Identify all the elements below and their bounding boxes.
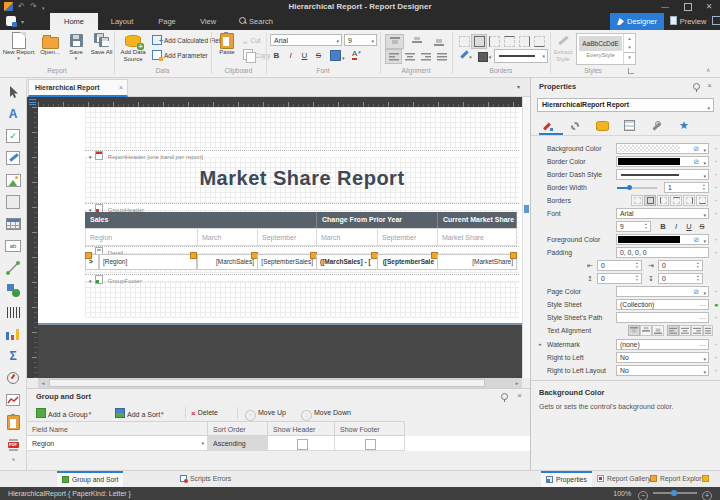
font-size-spinner[interactable]: 9 ▴▾ [616,221,651,232]
add-data-source-button[interactable]: Add Data Source [117,32,149,63]
detail-cell-market-share[interactable]: [MarketShare] [437,254,517,270]
show-footer-checkbox[interactable] [365,439,376,450]
close-panel-icon[interactable]: × [517,392,522,400]
foreground-color-editor[interactable]: ⊘▾ [616,234,709,245]
align-middle-button[interactable] [407,34,426,49]
close-panel-icon[interactable]: × [707,82,712,90]
style-sheet-editor[interactable]: (Collection) … [616,299,709,310]
column-header-region[interactable]: Region [85,228,198,246]
border-right-button[interactable] [516,34,532,49]
border-width-spinner[interactable]: 1 ▴▾ [664,182,709,193]
zoom-out-icon[interactable]: − [638,491,648,500]
add-a-sort-button[interactable]: Add a Sort▾ [115,406,164,420]
border-bottom-button[interactable] [531,34,547,49]
page-color-editor[interactable]: ⊘▾ [616,286,709,297]
tool-paste-control[interactable] [5,414,21,430]
border-none-button[interactable] [456,34,472,49]
tool-label[interactable]: A [5,106,21,122]
ellipsis-button[interactable]: … [699,340,706,348]
move-up-button[interactable]: ↑Move Up [245,406,286,420]
font-size-combo[interactable]: 9▾ [344,34,377,46]
padding-left-spinner[interactable]: 0▴▾ [597,260,642,271]
move-down-button[interactable]: ↓Move Down [301,406,351,420]
zoom-in-icon[interactable]: + [702,491,712,500]
valign-middle-button[interactable] [640,325,652,336]
underline-button[interactable]: U [298,49,311,62]
horizontal-ruler[interactable] [38,97,522,107]
borders-all-button[interactable] [644,195,656,206]
tab-field-list[interactable]: Field List [697,471,720,487]
tool-picture-box[interactable] [5,172,21,188]
borders-left-button[interactable] [657,195,669,206]
document-tab[interactable]: Hierarchical Report × [28,79,128,97]
table-header-market-share[interactable]: Current Market Share [438,212,517,228]
ellipsis-button[interactable]: … [699,313,706,321]
smart-tag-icon[interactable] [85,252,92,259]
table-header-sales[interactable]: Sales [85,212,317,228]
font-strikeout-button[interactable]: S [696,221,708,232]
tab-behavior[interactable] [564,118,586,133]
close-button[interactable]: ✕ [698,0,720,13]
styles-dialog-launcher-icon[interactable] [628,68,634,74]
col-show-header[interactable]: Show Header [268,421,335,436]
tool-barcode[interactable] [5,304,21,320]
add-parameter-button[interactable]: Add Parameter [152,49,208,62]
design-grid[interactable]: ▾ ReportHeader [one band per report] Mar… [85,107,519,318]
font-underline-button[interactable]: U [683,221,695,232]
column-header-change-september[interactable]: September [377,228,438,246]
add-a-group-button[interactable]: Add a Group▾ [36,406,91,420]
selected-control-combo[interactable]: HierarchicalReport Report▾ [537,98,714,112]
padding-editor[interactable]: 0, 0, 0, 0 [616,247,709,258]
gallery-scroll-rail[interactable]: ▴ ▾ ▾ [623,34,635,64]
tab-structure[interactable] [618,118,640,133]
cut-button[interactable]: ✂Cut [243,34,261,47]
col-sort-order[interactable]: Sort Order [208,421,268,436]
maximize-button[interactable] [676,0,698,13]
detail-cell-march-sales[interactable]: [MarchSales] [197,254,258,270]
align-left-button[interactable] [385,49,402,64]
tab-favorites[interactable]: ★ [673,118,695,133]
table-header-change[interactable]: Change From Prior Year [317,212,438,228]
border-fill-button[interactable]: ▾ [475,49,494,64]
spinner-icons[interactable]: ▴▾ [701,183,707,192]
gallery-expand-icon[interactable]: ▾ [624,52,635,62]
detail-cell-change-september[interactable]: ([SeptemberSale [377,254,438,270]
save-button[interactable]: Save▾ [63,32,89,61]
report-page[interactable]: ▾ ReportHeader [one band per report] Mar… [38,107,522,325]
tool-shape[interactable] [5,282,21,298]
right-to-left-layout-combo[interactable]: No▾ [616,365,709,376]
align-center-button[interactable] [401,49,418,64]
smart-tag-icon[interactable] [190,252,197,259]
pin-icon[interactable] [693,83,700,90]
styles-gallery[interactable]: AaBbCcDdE EveryStyle ▴ ▾ ▾ [576,33,636,65]
report-title-label[interactable]: Market Share Report [85,159,519,197]
scripts-view-button[interactable]: Scripts [712,13,720,30]
halign-left-button[interactable] [667,325,679,336]
zoom-slider-thumb[interactable] [671,490,677,496]
tool-check-box[interactable]: ✓ [5,128,21,144]
gallery-up-icon[interactable]: ▴ [624,34,635,43]
application-menu-button[interactable]: ▾ [6,16,30,27]
scroll-right-icon[interactable]: ▸ [512,378,522,388]
borders-bottom-button[interactable] [696,195,708,206]
highlight-color-button[interactable]: ▾ [330,50,345,63]
tool-sum[interactable]: Σ [5,348,21,364]
group-header-band-strip[interactable]: ▾ GroupHeader [85,203,519,211]
borders-right-button[interactable] [683,195,695,206]
tab-data[interactable] [591,118,613,133]
tab-scripts-errors[interactable]: Scripts Errors [175,471,236,487]
tab-overflow-icon[interactable]: ▾ [517,83,520,90]
delete-button[interactable]: ×Delete [191,406,218,420]
minimize-button[interactable]: — [654,0,676,13]
align-bottom-button[interactable] [429,34,448,49]
column-header-september[interactable]: September [257,228,317,246]
group-footer-band-strip[interactable]: ▾ GroupFooter [85,274,519,282]
strikeout-button[interactable]: S [312,49,325,62]
tab-layout[interactable]: Layout [98,13,146,30]
italic-button[interactable]: I [284,49,297,62]
group-sort-row[interactable]: Region▾ Ascending [27,436,530,451]
pin-icon[interactable] [501,393,508,400]
col-field-name[interactable]: Field Name [27,421,208,436]
padding-top-spinner[interactable]: 0▴▾ [597,273,642,284]
detail-band-strip[interactable]: ▾ Detail [85,246,519,254]
